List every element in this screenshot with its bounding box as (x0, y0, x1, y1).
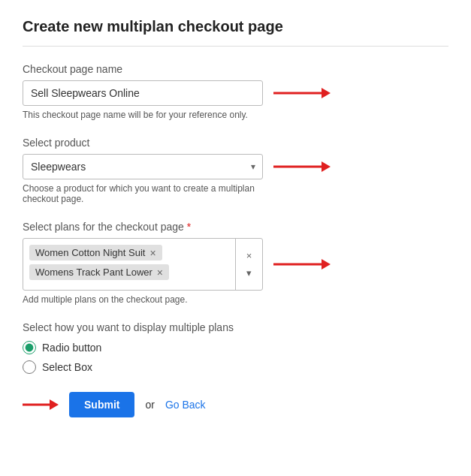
radio-label-select-box: Select Box (42, 361, 92, 373)
page-title: Create new multiplan checkout page (23, 18, 448, 35)
divider (23, 46, 448, 47)
select-product-row: Sleepwears ▾ (23, 154, 448, 179)
radio-option-radio-button[interactable]: Radio button (23, 341, 448, 354)
radio-option-select-box[interactable]: Select Box (23, 360, 448, 374)
tag-womens-track-remove[interactable]: × (157, 267, 163, 278)
go-back-link[interactable]: Go Back (165, 399, 206, 411)
select-plans-section: Select plans for the checkout page * Wom… (23, 221, 448, 305)
select-plans-row: Women Cotton Night Suit × Womens Track P… (23, 238, 448, 291)
select-product-wrapper: Sleepwears ▾ (23, 154, 263, 179)
select-product-label: Select product (23, 137, 448, 149)
dropdown-toggle-icon[interactable]: ▾ (246, 267, 252, 279)
select-plans-arrow-wrapper (273, 238, 334, 291)
checkout-name-row (23, 80, 448, 106)
checkout-name-label: Checkout page name (23, 63, 448, 75)
radio-input-radio-button[interactable] (23, 341, 36, 354)
checkout-name-arrow (273, 86, 334, 100)
footer-or-text: or (145, 399, 154, 411)
select-product-dropdown[interactable]: Sleepwears (23, 154, 263, 179)
checkout-name-section: Checkout page name This checkout page na… (23, 63, 448, 120)
display-radio-group: Radio button Select Box (23, 341, 448, 374)
tag-womens-track: Womens Track Pant Lower × (29, 264, 169, 280)
footer-arrow-wrapper: Submit (23, 392, 134, 417)
select-product-section: Select product Sleepwears ▾ Choose a pro… (23, 137, 448, 204)
form-footer: Submit or Go Back (23, 392, 448, 417)
checkout-name-input[interactable] (23, 80, 263, 106)
select-product-arrow (273, 160, 334, 173)
select-product-hint: Choose a product for which you want to c… (23, 183, 448, 204)
select-plans-box[interactable]: Women Cotton Night Suit × Womens Track P… (23, 238, 263, 291)
tag-women-cotton-remove[interactable]: × (149, 248, 155, 258)
select-plans-arrow (273, 258, 334, 271)
display-label: Select how you want to display multiple … (23, 321, 448, 333)
tag-women-cotton: Women Cotton Night Suit × (29, 245, 162, 261)
tag-women-cotton-label: Women Cotton Night Suit (35, 247, 145, 258)
clear-all-icon[interactable]: × (246, 250, 252, 261)
radio-label-radio-button: Radio button (42, 342, 101, 354)
submit-arrow (23, 398, 60, 411)
select-plans-hint: Add multiple plans on the checkout page. (23, 294, 448, 305)
display-section: Select how you want to display multiple … (23, 321, 448, 374)
required-star: * (187, 221, 191, 233)
select-plans-tags: Women Cotton Night Suit × Womens Track P… (29, 245, 256, 280)
checkout-name-hint: This checkout page name will be for your… (23, 110, 448, 120)
select-plans-label-text: Select plans for the checkout page (23, 221, 184, 233)
submit-button[interactable]: Submit (69, 392, 134, 417)
multiselect-controls: × ▾ (235, 239, 262, 290)
select-plans-label: Select plans for the checkout page * (23, 221, 448, 233)
select-product-hint-text2: checkout page. (23, 194, 83, 204)
radio-input-select-box[interactable] (23, 360, 36, 374)
tag-womens-track-label: Womens Track Pant Lower (35, 267, 152, 278)
select-product-hint-text1: Choose a product for which you want to c… (23, 183, 255, 194)
